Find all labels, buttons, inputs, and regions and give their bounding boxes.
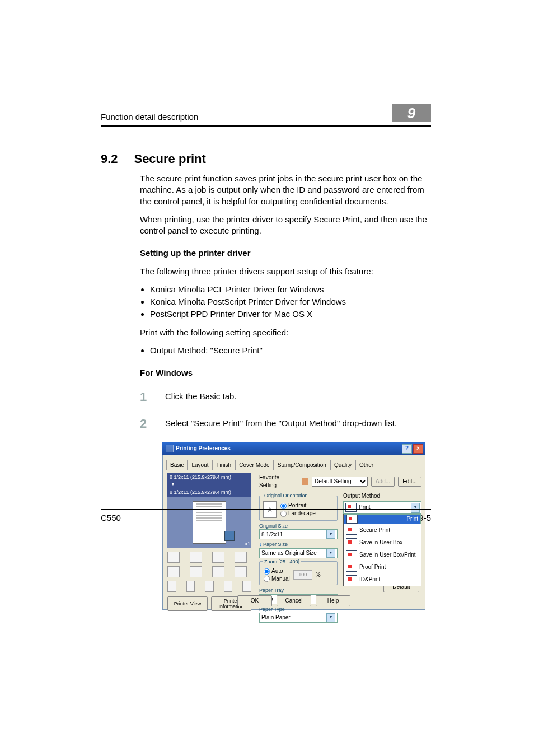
tab-quality[interactable]: Quality — [330, 460, 355, 471]
tab-basic[interactable]: Basic — [166, 460, 188, 471]
orientation-legend: Original Orientation — [263, 492, 309, 499]
list-item: Konica Minolta PostScript Printer Driver… — [150, 296, 431, 307]
driver-list: Konica Minolta PCL Printer Driver for Wi… — [140, 284, 431, 320]
preview-canvas: x1 — [167, 497, 251, 548]
preview-icon[interactable] — [235, 552, 247, 563]
output-option-save-box[interactable]: Save in User Box — [344, 536, 421, 549]
list-item: Konica Minolta PCL Printer Driver for Wi… — [150, 284, 431, 295]
preview-icon[interactable] — [212, 566, 224, 577]
preview-source-size: 8 1/2x11 (215.9x279.4 mm) — [167, 473, 251, 482]
preview-scale: x1 — [245, 540, 250, 547]
section-title: Secure print — [134, 152, 205, 166]
output-method-dropdown: Print Secure Print Save in — [343, 514, 421, 586]
tab-cover-mode[interactable]: Cover Mode — [235, 460, 273, 471]
step-text: Click the Basic tab. — [165, 389, 431, 402]
box-print-icon — [346, 550, 357, 559]
paper-size-select[interactable]: Same as Original Size▾ — [259, 548, 338, 558]
paragraph: When printing, use the printer driver to… — [140, 214, 431, 237]
dialog-title: Printing Preferences — [176, 445, 231, 452]
lock-icon — [346, 526, 357, 535]
printing-preferences-dialog: Printing Preferences ? × Basic Layout Fi… — [162, 442, 425, 609]
print-intro: Print with the following setting specifi… — [140, 327, 431, 338]
preview-icon[interactable] — [186, 581, 195, 592]
output-option-save-box-print[interactable]: Save in User Box/Print — [344, 549, 421, 561]
box-icon — [346, 538, 357, 547]
print-setting-list: Output Method: "Secure Print" — [140, 345, 431, 356]
tab-stamp[interactable]: Stamp/Composition — [274, 460, 330, 471]
paper-size-label: ↓ Paper Size — [259, 541, 338, 548]
tab-other[interactable]: Other — [355, 460, 377, 471]
chevron-down-icon: ▾ — [326, 549, 335, 558]
preview-icon[interactable] — [224, 581, 233, 592]
printer-icon — [346, 515, 358, 524]
preview-icon[interactable] — [167, 566, 180, 577]
output-option-proof-print[interactable]: Proof Print — [344, 561, 421, 573]
section-number: 9.2 — [101, 152, 132, 166]
step-number: 1 — [140, 389, 165, 405]
close-icon[interactable]: × — [413, 444, 423, 454]
zoom-percent: % — [316, 571, 321, 579]
tab-finish[interactable]: Finish — [212, 460, 235, 471]
preview-icon[interactable] — [167, 552, 180, 563]
preview-icon[interactable] — [242, 581, 251, 592]
app-icon — [166, 445, 174, 452]
subheading-windows: For Windows — [140, 367, 431, 379]
paragraph: The secure print function saves print jo… — [140, 173, 431, 207]
list-item: Output Method: "Secure Print" — [150, 345, 431, 356]
chapter-number: 9 — [392, 104, 431, 122]
step-number: 2 — [140, 416, 165, 432]
preview-icon[interactable] — [190, 552, 202, 563]
header-rule — [101, 125, 431, 127]
zoom-auto-radio[interactable]: Auto — [263, 568, 283, 574]
id-icon — [346, 575, 357, 584]
preview-icon[interactable] — [235, 566, 247, 577]
proof-icon — [346, 563, 357, 572]
zoom-manual-radio[interactable]: Manual — [263, 576, 290, 582]
output-option-id-print[interactable]: ID&Print — [344, 573, 421, 586]
favorite-add-button[interactable]: Add... — [371, 477, 395, 487]
subheading-driver: Setting up the printer driver — [140, 248, 431, 259]
favorite-select[interactable]: Default Setting — [312, 477, 368, 487]
output-option-print[interactable]: Print — [344, 514, 421, 524]
preview-icon[interactable] — [190, 566, 202, 577]
cancel-button[interactable]: Cancel — [277, 595, 311, 606]
titlebar[interactable]: Printing Preferences ? × — [162, 442, 425, 455]
output-method-label: Output Method — [343, 492, 421, 500]
chevron-down-icon: ▾ — [326, 530, 335, 539]
paper-tray-label: Paper Tray — [259, 587, 338, 594]
zoom-group: Zoom [25...400] Auto Manual 100 % — [259, 558, 338, 586]
output-option-secure-print[interactable]: Secure Print — [344, 524, 421, 536]
tab-strip: Basic Layout Finish Cover Mode Stamp/Com… — [163, 455, 425, 470]
ok-button[interactable]: OK — [237, 595, 272, 606]
favorite-edit-button[interactable]: Edit... — [398, 477, 421, 487]
footer-model: C550 — [101, 513, 121, 522]
paper-type-select[interactable]: Plain Paper▾ — [259, 613, 338, 623]
help-icon[interactable]: ? — [402, 444, 412, 454]
help-button[interactable]: Help — [316, 595, 350, 606]
zoom-legend: Zoom [25...400] — [263, 558, 301, 565]
favorite-label: Favorite Setting — [259, 474, 298, 489]
list-item: PostScript PPD Printer Driver for Mac OS… — [150, 309, 431, 320]
preview-icon[interactable] — [212, 552, 224, 563]
original-size-select[interactable]: 8 1/2x11▾ — [259, 529, 338, 539]
original-size-label: Original Size — [259, 522, 338, 529]
preview-output-size: 8 1/2x11 (215.9x279.4 mm) — [167, 488, 251, 497]
preview-icon[interactable] — [205, 581, 214, 592]
favorite-icon — [302, 478, 308, 485]
running-title: Function detail description — [101, 112, 198, 122]
paper-type-label: Paper Type — [259, 606, 338, 613]
drivers-intro: The following three printer drivers supp… — [140, 266, 431, 277]
zoom-value-spinner[interactable]: 100 — [293, 570, 312, 580]
step-text: Select "Secure Print" from the "Output M… — [165, 416, 431, 429]
chevron-down-icon: ▾ — [326, 613, 335, 622]
preview-icon[interactable] — [167, 581, 176, 592]
tab-layout[interactable]: Layout — [188, 460, 212, 471]
preview-pane: 8 1/2x11 (215.9x279.4 mm) ▼ 8 1/2x11 (21… — [167, 473, 251, 611]
